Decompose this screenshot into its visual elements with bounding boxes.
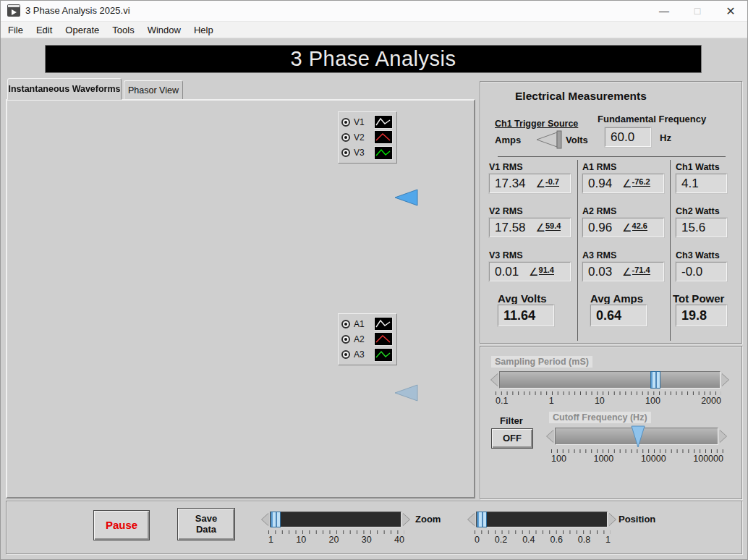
- minimize-button[interactable]: —: [647, 0, 681, 22]
- a2-enable-led-icon[interactable]: [341, 335, 350, 344]
- close-button[interactable]: ✕: [714, 0, 747, 22]
- position-track[interactable]: [476, 512, 608, 527]
- save-data-line1: Save: [195, 514, 217, 525]
- amps-legend: A1 A2 A3: [338, 313, 397, 365]
- v3-enable-led-icon[interactable]: [341, 148, 350, 157]
- sampling-period-slider[interactable]: [491, 371, 728, 389]
- sampling-period-label: Sampling Period (mS): [491, 356, 592, 368]
- v1-rms-value: 17.34: [495, 177, 526, 191]
- zoom-track[interactable]: [270, 512, 401, 527]
- v1-line-sample-icon[interactable]: [374, 115, 393, 129]
- v2-rms-label: V2 RMS: [489, 206, 523, 216]
- sampling-scale-labels: 0.11101002000: [496, 396, 721, 406]
- slider-right-arrow-icon[interactable]: [721, 373, 728, 386]
- tab-page-waveforms: [6, 99, 475, 499]
- ch3-watts-label: Ch3 Watts: [676, 250, 720, 260]
- tab-instantaneous-waveforms[interactable]: Instantaneous Waveforms: [7, 78, 122, 100]
- ch1-watts-indicator: 4.1: [676, 174, 727, 193]
- tick-label: 0.2: [495, 535, 507, 545]
- v2-rms-angle: 59.4: [545, 221, 561, 231]
- a1-enable-led-icon[interactable]: [341, 320, 350, 328]
- slider-right-arrow-icon[interactable]: [719, 430, 726, 443]
- pause-button[interactable]: Pause: [93, 510, 150, 540]
- measurements-title: Electrical Measurements: [515, 90, 647, 103]
- slider-left-arrow-icon[interactable]: [491, 373, 498, 386]
- a1-rms-label: A1 RMS: [582, 162, 616, 172]
- i-trigger-level-pointer-icon[interactable]: [394, 384, 418, 402]
- menu-window[interactable]: Window: [141, 25, 187, 35]
- a1-line-sample-icon[interactable]: [374, 317, 393, 331]
- zoom-handle[interactable]: [271, 512, 281, 527]
- position-scale: 00.20.40.60.81: [475, 530, 611, 545]
- v2-rms-value: 17.58: [495, 221, 526, 235]
- zoom-slider[interactable]: [262, 512, 409, 527]
- v-trigger-level-pointer-icon[interactable]: [394, 189, 418, 206]
- v1-rms-indicator: 17.34 ∠-0.7: [489, 174, 571, 193]
- tick-marks: [268, 530, 404, 534]
- v2-line-sample-icon[interactable]: [374, 130, 393, 144]
- a1-rms-indicator: 0.94 ∠-76.2: [582, 174, 664, 193]
- cutoff-track[interactable]: [555, 428, 718, 445]
- angle-symbol: ∠91.4: [529, 266, 554, 279]
- legend-row-v3[interactable]: V3: [341, 145, 394, 161]
- tick-label: 10: [296, 535, 306, 545]
- tick-label: 0.1: [496, 396, 508, 406]
- divider: [498, 156, 726, 157]
- a2-line-sample-icon[interactable]: [374, 332, 393, 346]
- a2-rms-angle: 42.6: [632, 221, 647, 231]
- legend-row-v2[interactable]: V2: [341, 130, 394, 145]
- sampling-handle[interactable]: [650, 371, 660, 389]
- slider-right-arrow-icon[interactable]: [608, 513, 616, 526]
- legend-row-a3[interactable]: A3: [341, 347, 394, 362]
- menu-tools[interactable]: Tools: [106, 25, 140, 35]
- a3-line-sample-icon[interactable]: [374, 348, 393, 362]
- v1-enable-led-icon[interactable]: [341, 118, 350, 127]
- tot-power-label: Tot Power: [673, 292, 724, 305]
- tick-label: 40: [394, 535, 404, 545]
- tab-phasor-view[interactable]: Phasor View: [124, 80, 183, 100]
- position-handle[interactable]: [477, 512, 487, 527]
- maximize-button[interactable]: □: [681, 0, 714, 22]
- a1-rms-angle: -76.2: [632, 177, 650, 187]
- menu-bar: File Edit Operate Tools Window Help: [0, 22, 748, 38]
- tab-label: Phasor View: [128, 85, 179, 96]
- tick-label: 0.6: [550, 535, 562, 545]
- v3-rms-label: V3 RMS: [489, 250, 523, 260]
- slider-right-arrow-icon[interactable]: [402, 513, 409, 526]
- save-data-button[interactable]: Save Data: [177, 508, 235, 540]
- tick-marks: [475, 530, 611, 534]
- cutoff-frequency-slider[interactable]: [547, 428, 726, 445]
- cutoff-handle[interactable]: [631, 425, 645, 449]
- a3-enable-led-icon[interactable]: [341, 350, 350, 359]
- slider-left-arrow-icon[interactable]: [262, 513, 269, 526]
- slider-left-arrow-icon[interactable]: [468, 513, 475, 526]
- menu-edit[interactable]: Edit: [30, 25, 59, 35]
- tick-label: 10: [595, 396, 605, 406]
- zoom-scale-labels: 110203040: [268, 535, 404, 545]
- angle-symbol: ∠-76.2: [622, 177, 650, 190]
- menu-help[interactable]: Help: [187, 25, 220, 35]
- menu-file[interactable]: File: [1, 25, 30, 35]
- position-slider[interactable]: [468, 512, 616, 527]
- a2-rms-indicator: 0.96 ∠42.6: [582, 218, 664, 237]
- legend-row-a2[interactable]: A2: [341, 331, 394, 347]
- filter-toggle-button[interactable]: OFF: [491, 428, 533, 449]
- v3-rms-angle: 91.4: [539, 266, 554, 275]
- tick-label: 0.8: [578, 535, 590, 545]
- window-title: 3 Phase Analysis 2025.vi: [25, 5, 130, 16]
- menu-operate[interactable]: Operate: [59, 25, 106, 35]
- legend-row-v1[interactable]: V1: [341, 114, 394, 130]
- fundamental-frequency-input[interactable]: 60.0: [605, 127, 651, 147]
- tick-marks: [496, 391, 721, 395]
- angle-symbol: ∠59.4: [536, 221, 561, 234]
- v2-enable-led-icon[interactable]: [341, 133, 350, 142]
- tot-power-value: 19.8: [681, 308, 707, 323]
- legend-row-a1[interactable]: A1: [341, 316, 394, 331]
- slider-left-arrow-icon[interactable]: [547, 430, 554, 443]
- v3-line-sample-icon[interactable]: [374, 146, 393, 160]
- legend-label-v1: V1: [354, 117, 370, 127]
- sampling-track[interactable]: [499, 371, 721, 389]
- avg-amps-value: 0.64: [596, 308, 621, 323]
- trigger-source-switch[interactable]: [530, 130, 564, 150]
- ch1-trigger-source-label: Ch1 Trigger Source: [495, 119, 578, 129]
